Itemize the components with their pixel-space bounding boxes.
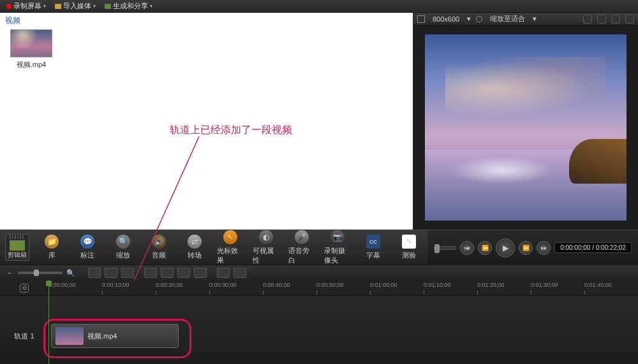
tick: 0:01:00;00 bbox=[370, 282, 397, 288]
zoom-slider[interactable] bbox=[18, 272, 63, 274]
import-media-button[interactable]: 导入媒体 ▾ bbox=[51, 1, 100, 11]
audio-icon: 🔊 bbox=[152, 235, 166, 249]
forward-button[interactable]: ⏩ bbox=[519, 241, 533, 255]
preview-option-4[interactable] bbox=[625, 15, 634, 24]
tl-tool-3[interactable] bbox=[121, 268, 134, 278]
split-button[interactable] bbox=[194, 268, 207, 278]
canvas-size-icon[interactable] bbox=[417, 15, 425, 23]
share-icon bbox=[105, 4, 111, 9]
clipbox-label: 剪辑箱 bbox=[8, 251, 27, 259]
zoom-out-button[interactable]: − bbox=[5, 268, 14, 277]
tick: 0;00:00;00 bbox=[48, 282, 76, 288]
tick: 0:00:30;00 bbox=[209, 282, 237, 288]
tick: 0:00:50;00 bbox=[316, 282, 344, 288]
preview-option-2[interactable] bbox=[597, 15, 606, 24]
tick: 0:01:30;00 bbox=[531, 282, 558, 288]
caption-tool[interactable]: CC字幕 bbox=[360, 235, 387, 260]
playback-scrubber[interactable] bbox=[434, 246, 456, 250]
annotation-text: 轨道上已经添加了一段视频 bbox=[170, 124, 292, 137]
zoom-handle[interactable] bbox=[34, 270, 39, 276]
dropdown-icon[interactable]: ▾ bbox=[533, 15, 537, 23]
cursor-icon: ↖ bbox=[223, 230, 237, 244]
cc-icon: CC bbox=[366, 235, 380, 249]
camera-tool[interactable]: 📷录制摄像头 bbox=[324, 230, 351, 265]
tick: 0:01:10;00 bbox=[424, 282, 451, 288]
ruler-ticks: 0;00:00;00 0:00:10;00 0:00:20;00 0:00:30… bbox=[48, 280, 638, 295]
quiz-icon: ✎ bbox=[402, 235, 416, 249]
preview-option-3[interactable] bbox=[611, 15, 620, 24]
next-button[interactable]: ⏭ bbox=[537, 241, 551, 255]
audio-tool[interactable]: 🔊音频 bbox=[145, 235, 172, 260]
canvas-dimensions[interactable]: 800x600 bbox=[430, 15, 462, 23]
mic-icon: 🎤 bbox=[295, 230, 309, 244]
produce-share-button[interactable]: 生成和分享 ▾ bbox=[101, 1, 156, 11]
voice-tool[interactable]: 🎤语音旁白 bbox=[288, 230, 315, 265]
scrubber-handle[interactable] bbox=[434, 244, 440, 253]
track-body[interactable]: 视频.mp4 bbox=[48, 320, 638, 352]
zoom-fit-label[interactable]: 缩放至适合 bbox=[487, 14, 528, 24]
magnify-icon: 🔍 bbox=[116, 235, 130, 249]
timeline-clip[interactable]: 视频.mp4 bbox=[51, 324, 179, 348]
visual-tool[interactable]: ◐可视属性 bbox=[253, 230, 279, 265]
callout-tool[interactable]: 💬标注 bbox=[74, 235, 101, 260]
preview-pane: 800x600 ▾ 缩放至适合 ▾ bbox=[413, 13, 638, 229]
tl-tool-1[interactable] bbox=[88, 268, 101, 278]
import-label: 导入媒体 bbox=[63, 1, 91, 11]
timeline-toolbar: − 🔍 bbox=[0, 265, 638, 280]
record-icon bbox=[6, 4, 11, 9]
zoom-icon bbox=[476, 16, 482, 22]
library-tool[interactable]: 📁库 bbox=[38, 235, 65, 260]
quiz-tool[interactable]: ✎测验 bbox=[396, 235, 422, 260]
tool-strip: 剪辑箱 📁库 💬标注 🔍缩放 🔊音频 ⇄转场 ↖光标效果 ◐可视属性 🎤语音旁白… bbox=[0, 229, 427, 265]
folder-icon bbox=[55, 4, 61, 9]
cursor-effect-tool[interactable]: ↖光标效果 bbox=[217, 230, 244, 265]
tick: 0:00:20;00 bbox=[156, 282, 183, 288]
record-label: 录制屏幕 bbox=[13, 1, 41, 11]
share-label: 生成和分享 bbox=[113, 1, 148, 11]
play-button[interactable]: ▶ bbox=[496, 238, 515, 258]
timeline-settings-button[interactable]: ⚙ bbox=[20, 284, 29, 293]
visual-icon: ◐ bbox=[259, 230, 273, 244]
zoom-in-button[interactable]: 🔍 bbox=[66, 268, 75, 277]
playback-controls: ⏮ ⏪ ▶ ⏩ ⏭ 0:00:00;00 / 0:00:22;02 bbox=[427, 229, 638, 265]
tick: 0:01:40;00 bbox=[584, 282, 612, 288]
media-bin[interactable]: 视频 视频.mp4 轨道上已经添加了一段视频 bbox=[0, 13, 413, 229]
camera-icon: 📷 bbox=[330, 230, 345, 244]
tick: 0:01:20;00 bbox=[477, 282, 505, 288]
copy-button[interactable] bbox=[161, 268, 174, 278]
paste-button[interactable] bbox=[177, 268, 190, 278]
prev-button[interactable]: ⏮ bbox=[460, 241, 474, 255]
transition-icon: ⇄ bbox=[188, 235, 202, 249]
tl-tool-8[interactable] bbox=[217, 268, 230, 278]
main-toolbar: 录制屏幕 ▾ 导入媒体 ▾ 生成和分享 ▾ bbox=[0, 0, 638, 13]
cut-button[interactable] bbox=[144, 268, 157, 278]
track-spacer bbox=[0, 296, 638, 320]
media-clip[interactable]: 视频.mp4 bbox=[10, 29, 52, 69]
clip-thumbnail bbox=[10, 29, 52, 57]
upper-panel: 视频 视频.mp4 轨道上已经添加了一段视频 800x600 ▾ 缩放至适合 ▾ bbox=[0, 13, 638, 229]
preview-canvas[interactable] bbox=[425, 34, 627, 221]
library-icon: 📁 bbox=[45, 235, 59, 249]
preview-toolbar: 800x600 ▾ 缩放至适合 ▾ bbox=[413, 13, 638, 25]
tl-tool-2[interactable] bbox=[105, 268, 117, 278]
track-label[interactable]: 轨道 1 bbox=[0, 331, 48, 341]
clip-bin-button[interactable]: 剪辑箱 bbox=[5, 234, 29, 261]
clip-thumbnail bbox=[56, 327, 84, 345]
track-1: 轨道 1 视频.mp4 bbox=[0, 320, 638, 352]
dropdown-icon[interactable]: ▾ bbox=[467, 15, 471, 23]
zoom-tool[interactable]: 🔍缩放 bbox=[110, 235, 137, 260]
clip-name: 视频.mp4 bbox=[87, 331, 117, 341]
tick: 0:00:10;00 bbox=[102, 282, 130, 288]
time-ruler[interactable]: ⚙ 0;00:00;00 0:00:10;00 0:00:20;00 0:00:… bbox=[0, 280, 638, 296]
record-screen-button[interactable]: 录制屏幕 ▾ bbox=[3, 1, 50, 11]
transition-tool[interactable]: ⇄转场 bbox=[181, 235, 208, 260]
playhead[interactable] bbox=[48, 280, 49, 364]
rewind-button[interactable]: ⏪ bbox=[478, 241, 492, 255]
timeline-area: ⚙ 0;00:00;00 0:00:10;00 0:00:20;00 0:00:… bbox=[0, 280, 638, 364]
tl-tool-9[interactable] bbox=[234, 268, 246, 278]
tick: 0:00:40;00 bbox=[263, 282, 290, 288]
dropdown-icon: ▾ bbox=[93, 3, 96, 9]
bin-title: 视频 bbox=[5, 15, 20, 26]
preview-option-1[interactable] bbox=[583, 15, 592, 24]
playback-time: 0:00:00;00 / 0:00:22;02 bbox=[554, 242, 632, 253]
